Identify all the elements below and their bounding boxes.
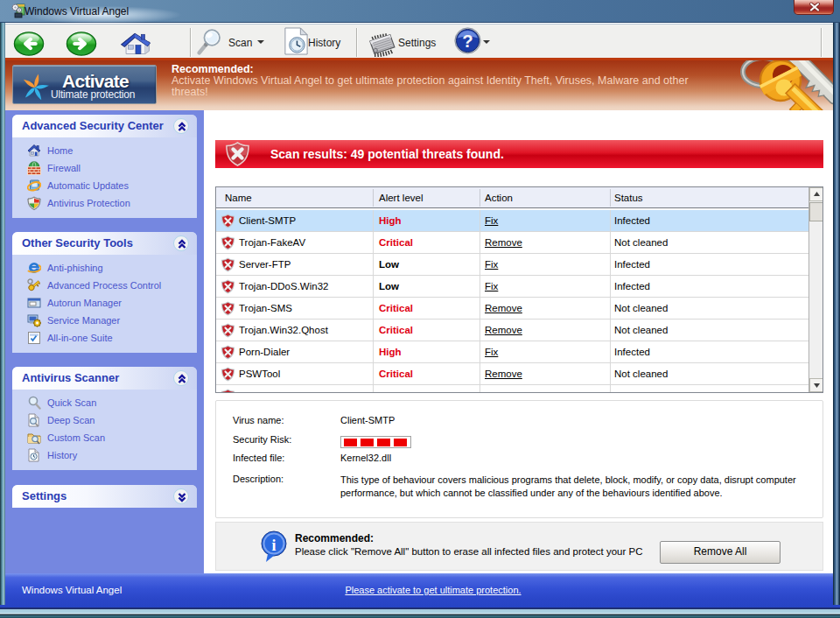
svg-text:?: ?: [462, 32, 472, 51]
svg-text:i: i: [271, 537, 276, 554]
